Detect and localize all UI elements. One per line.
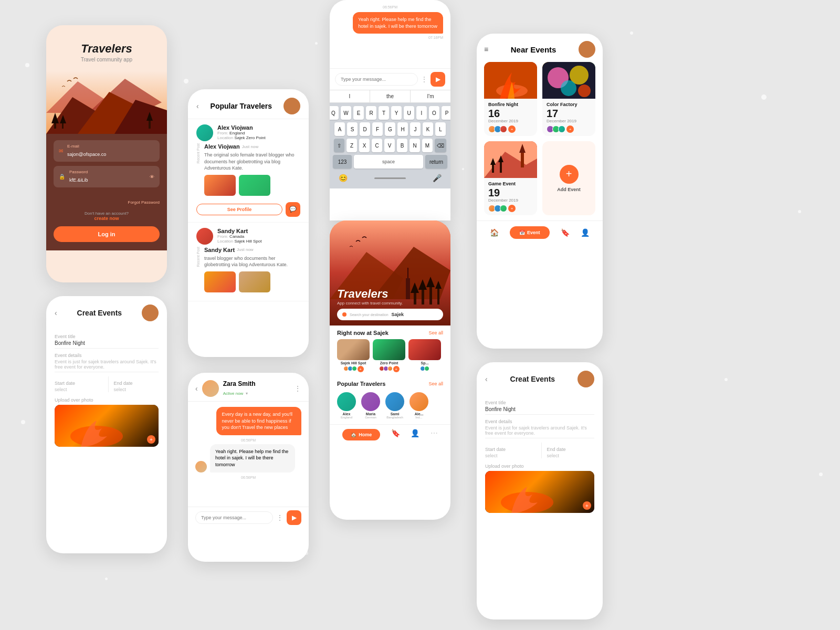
key-c[interactable]: C [372, 139, 382, 152]
spot-plus-2[interactable]: + [393, 366, 400, 372]
key-e[interactable]: E [353, 106, 364, 120]
key-t[interactable]: T [379, 106, 389, 120]
chat-input[interactable] [195, 511, 273, 524]
spot-plus-1[interactable]: + [358, 366, 364, 372]
kb-attachment-icon[interactable]: ⋮ [421, 76, 427, 83]
event-title-value[interactable]: Bonfire Night [55, 340, 159, 349]
spot-card-2[interactable]: Zero Point + [373, 339, 405, 372]
message-btn-1[interactable]: 💬 [286, 202, 300, 217]
emoji-key[interactable]: 😊 [335, 173, 351, 183]
key-z[interactable]: Z [346, 139, 357, 152]
microphone-key[interactable]: 🎤 [429, 173, 445, 183]
event-card-color[interactable]: Color Factory 17 December 2019 + [542, 62, 595, 136]
ne-bookmark-icon[interactable]: 🔖 [561, 228, 570, 237]
key-n[interactable]: N [410, 139, 420, 152]
phone-create-events-left: ‹ Creat Events Event title Bonfire Night… [46, 296, 167, 553]
kb-send-button[interactable]: ▶ [430, 72, 445, 87]
start-date-input-right[interactable]: select [485, 453, 533, 458]
back-button-popular[interactable]: ‹ [196, 102, 199, 110]
photo-upload-box-right[interactable]: + [485, 471, 594, 513]
suggestion-2[interactable]: the [370, 90, 411, 102]
key-i[interactable]: I [416, 106, 427, 120]
back-button[interactable]: ‹ [55, 309, 57, 317]
home-nav-button[interactable]: 🏠 Home [342, 429, 380, 440]
more-nav-icon[interactable]: ⋯ [430, 429, 438, 437]
forgot-password-link[interactable]: Forgot Password [128, 200, 160, 205]
key-d[interactable]: D [360, 122, 370, 136]
key-space[interactable]: space [354, 155, 423, 169]
event-card-game[interactable]: Game Event 19 December 2019 + [484, 141, 537, 215]
login-button[interactable]: Log in [54, 226, 160, 242]
see-profile-btn-1[interactable]: See Profile [196, 204, 282, 215]
password-field[interactable]: 🔒 Password kfE.&iLib 👁 [54, 166, 160, 187]
key-w[interactable]: W [341, 106, 351, 120]
suggestion-1[interactable]: I [330, 90, 370, 102]
bonfire-plus[interactable]: + [508, 125, 516, 133]
add-photo-icon-right[interactable]: + [583, 501, 591, 510]
profile-nav-icon[interactable]: 👤 [411, 429, 419, 437]
spot-card-1[interactable]: Sajek Hill Spot + [337, 339, 370, 372]
email-field[interactable]: ✉ E-mail sajon@ofspace.co [54, 140, 160, 162]
ne-event-button[interactable]: 📅 Event [510, 226, 550, 239]
suggestion-3[interactable]: I'm [411, 90, 450, 102]
add-event-card[interactable]: + Add Event [542, 141, 595, 215]
ne-home-icon[interactable]: 🏠 [490, 228, 499, 237]
see-all-travelers[interactable]: See all [428, 381, 443, 386]
key-q[interactable]: Q [330, 106, 339, 120]
event-details-value[interactable]: Event is just for sajek travelers around… [55, 359, 159, 372]
event-details-value-right[interactable]: Event is just for sajek travelers around… [485, 425, 594, 438]
key-y[interactable]: Y [391, 106, 402, 120]
chat-menu-icon[interactable]: ⋮ [294, 384, 301, 393]
eye-icon[interactable]: 👁 [150, 174, 154, 180]
end-date-input[interactable]: select [114, 387, 159, 392]
color-plus[interactable]: + [566, 125, 574, 133]
spot-img-3 [408, 339, 441, 360]
key-x[interactable]: X [359, 139, 370, 152]
back-button-chat[interactable]: ‹ [195, 384, 198, 393]
key-j[interactable]: J [410, 122, 421, 136]
attachment-icon[interactable]: ⋮ [276, 513, 284, 522]
key-a[interactable]: A [334, 122, 345, 136]
event-card-bonfire[interactable]: Bonfire Night 16 December 2019 + [484, 62, 537, 136]
key-backspace[interactable]: ⌫ [435, 139, 446, 152]
key-s[interactable]: S [347, 122, 358, 136]
bookmark-nav-icon[interactable]: 🔖 [391, 429, 400, 437]
photo-upload-box[interactable]: + [55, 405, 159, 447]
traveler-item-2[interactable]: Maria German [361, 392, 380, 419]
traveler-item-1[interactable]: Alex England [337, 392, 356, 419]
destination-search-bar[interactable]: Search your destination Sajek [337, 309, 443, 320]
send-message-button[interactable]: ▶ [287, 510, 301, 525]
key-u[interactable]: U [404, 106, 414, 120]
key-o[interactable]: O [429, 106, 439, 120]
end-date-input-right[interactable]: select [547, 453, 595, 458]
key-p[interactable]: P [442, 106, 450, 120]
traveler-item-4[interactable]: Ale... Ind... [410, 392, 428, 419]
key-r[interactable]: R [366, 106, 376, 120]
phone-travelers-home: ≡ [330, 220, 450, 520]
event-title-value-right[interactable]: Bonfire Night [485, 406, 594, 415]
key-m[interactable]: M [422, 139, 433, 152]
spot-card-3[interactable]: Sp... [408, 339, 441, 372]
ne-hamburger-icon[interactable]: ≡ [484, 45, 488, 54]
start-date-input[interactable]: select [55, 387, 100, 392]
key-b[interactable]: B [397, 139, 407, 152]
key-k[interactable]: K [423, 122, 433, 136]
create-account-link[interactable]: create now [94, 216, 119, 221]
add-event-button[interactable]: + [560, 165, 579, 184]
key-h[interactable]: H [397, 122, 408, 136]
key-shift[interactable]: ⇧ [334, 139, 344, 152]
traveler-location-2: Location Sajek Hill Spot [217, 239, 262, 244]
game-plus[interactable]: + [508, 205, 516, 212]
key-f[interactable]: F [372, 122, 383, 136]
kb-message-input[interactable] [335, 73, 418, 86]
see-all-spots[interactable]: See all [428, 330, 443, 335]
ne-profile-icon[interactable]: 👤 [581, 228, 590, 237]
add-photo-icon[interactable]: + [147, 435, 155, 444]
traveler-item-3[interactable]: Sami Bangladesh [385, 392, 404, 419]
key-v[interactable]: V [384, 139, 395, 152]
key-g[interactable]: G [385, 122, 395, 136]
key-123[interactable]: 123 [333, 155, 352, 169]
key-l[interactable]: L [435, 122, 446, 136]
key-return[interactable]: return [425, 155, 447, 169]
back-button-right[interactable]: ‹ [485, 375, 488, 383]
